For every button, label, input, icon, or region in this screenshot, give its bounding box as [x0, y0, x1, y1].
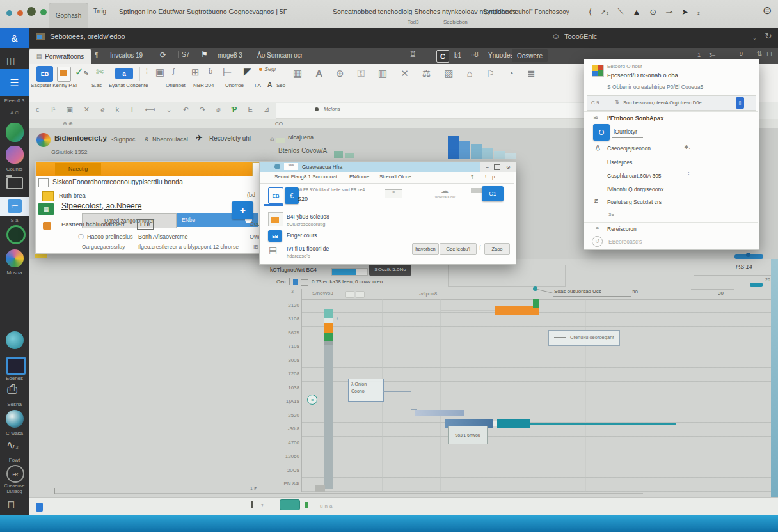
- menu-item-10[interactable]: EBeoreoasc's: [608, 239, 642, 245]
- dialog-titlebar[interactable]: sss Guaweacua Hha: [260, 162, 480, 172]
- p-green-icon[interactable]: Ƥ: [232, 106, 237, 114]
- menu-item-5[interactable]: Cusphlaroart.60tA 305: [607, 173, 662, 179]
- menu-item-2[interactable]: lOurriotyr: [614, 129, 637, 135]
- popup-tab[interactable]: Naectig: [55, 163, 101, 175]
- menu-item-1[interactable]: l'Etnboon SonbApax: [607, 115, 663, 121]
- gantt-header-button[interactable]: SOcctk 5.0No: [369, 263, 411, 276]
- primary-tool-button[interactable]: EB: [36, 66, 53, 82]
- dialog-button-2[interactable]: Gee leobu'l: [440, 243, 477, 255]
- row6-radio-icon[interactable]: ◯: [78, 233, 84, 239]
- rows-icon[interactable]: ▥: [378, 68, 387, 79]
- titlebar-chevron-icon[interactable]: ⌄: [752, 35, 757, 41]
- dialog-row3-title[interactable]: IVI fi 01 fiooori de: [287, 246, 329, 252]
- list-icon[interactable]: ≣: [527, 68, 536, 79]
- delete-icon[interactable]: ✕: [84, 106, 90, 114]
- folder-sidebar-icon[interactable]: [6, 177, 23, 189]
- flag2-icon[interactable]: ⚐: [486, 68, 495, 79]
- task-bar-light[interactable]: [415, 410, 464, 416]
- record-circle-icon[interactable]: [6, 225, 26, 244]
- popup-row3[interactable]: Stpeecolost, ao.Nbeere: [61, 201, 141, 210]
- dial-circle-icon[interactable]: ᴂ: [6, 465, 24, 483]
- menu-item-9[interactable]: Rereiscoron: [607, 226, 637, 232]
- shield-icon[interactable]: ♖: [409, 50, 417, 59]
- ribbon-refresh-icon[interactable]: ⟳: [160, 51, 166, 59]
- indent-icon[interactable]: ˥¹: [51, 106, 56, 114]
- triangle-icon[interactable]: ⊿: [264, 106, 269, 114]
- s-icon[interactable]: ʃ: [173, 67, 174, 75]
- dialog-mini-box[interactable]: ≡: [385, 189, 402, 198]
- diameter-icon[interactable]: ⌀: [216, 106, 221, 114]
- ribbon-updown-icon[interactable]: ⇅: [756, 50, 762, 58]
- menu-item-7[interactable]: Foelutrarg Scutxlat crs: [607, 199, 662, 205]
- toggle-panel-icon[interactable]: ◫: [6, 55, 15, 66]
- e-icon[interactable]: E: [248, 106, 252, 114]
- shade-icon[interactable]: ▨: [444, 68, 453, 79]
- refresh-circle-icon[interactable]: ⊜: [763, 4, 772, 17]
- gantt-chip-1[interactable]: [345, 291, 354, 298]
- dialog-primary-button[interactable]: C1: [482, 186, 504, 201]
- frame-window-icon[interactable]: [6, 357, 26, 375]
- brush-icon[interactable]: ◤: [244, 66, 251, 77]
- chevron-down-icon[interactable]: ⌄: [166, 106, 172, 114]
- menu-search-row[interactable]: C 9 ⇅ Son bersusnu,oteerA Orgictreac D6e…: [587, 95, 756, 111]
- photo-circle-icon[interactable]: [6, 410, 24, 428]
- lasso-icon[interactable]: ∿3: [6, 439, 19, 452]
- swirl-icon[interactable]: [6, 249, 24, 267]
- b-icon[interactable]: ƀ: [209, 67, 212, 75]
- script-e-icon[interactable]: ℯ: [100, 106, 105, 114]
- dialog-menu-3[interactable]: Strena'l Olcne: [379, 174, 411, 180]
- popup-row2[interactable]: Ruth brea: [59, 192, 86, 199]
- ribbon-tab-4[interactable]: moge8 3: [218, 52, 242, 59]
- copy-icon[interactable]: c: [36, 106, 40, 114]
- menu-item-8[interactable]: 3e: [608, 212, 614, 217]
- dialog-button-1[interactable]: havorben: [412, 243, 439, 255]
- sidebar-item-selected[interactable]: ≔: [0, 197, 29, 216]
- app-logo[interactable]: &: [0, 28, 29, 48]
- paint-hand-icon[interactable]: [6, 146, 24, 164]
- dialog-menu-pilcrow-icon[interactable]: ¶: [471, 174, 473, 180]
- menu-item-4[interactable]: Usetejices: [607, 159, 632, 166]
- ribbon-item-b1[interactable]: b1: [454, 52, 461, 59]
- dialog-tool-outline-icon[interactable]: EB: [268, 187, 283, 204]
- window-grid-icon[interactable]: ▣: [155, 66, 164, 78]
- sync-icon[interactable]: ↻: [765, 31, 772, 41]
- home-icon[interactable]: ⌂: [466, 68, 472, 79]
- minimize-icon[interactable]: −: [486, 164, 489, 170]
- ribbon-item-modes[interactable]: Ynuodes: [488, 52, 513, 59]
- lock-icon[interactable]: ⚿: [358, 68, 365, 79]
- dialog-row1-title[interactable]: B4Fyb03 6oleuo8: [287, 214, 329, 220]
- menu-item-2-icon[interactable]: O: [593, 124, 610, 141]
- cursor-icon[interactable]: ▲: [632, 7, 640, 17]
- t-icon[interactable]: T: [130, 106, 134, 114]
- window-dot-orange[interactable]: [17, 10, 23, 16]
- window-dot-olive[interactable]: [27, 7, 36, 16]
- slash-icon[interactable]: ⟍: [617, 6, 623, 17]
- close-x-icon[interactable]: ✕: [401, 68, 409, 79]
- tab-right-icon[interactable]: ⟻: [145, 106, 155, 114]
- ribbon-tab-active[interactable]: ▤ Ponwrattoons: [29, 49, 91, 64]
- window-dot-teal[interactable]: [6, 10, 12, 16]
- check-pen-icon[interactable]: ✓✎: [75, 66, 89, 78]
- avatar[interactable]: [6, 331, 24, 349]
- flag-icon[interactable]: ⚑: [201, 50, 208, 59]
- pointer-icon[interactable]: ➤: [681, 7, 688, 17]
- status-teal-widget[interactable]: [280, 499, 300, 510]
- panel-lines-icon[interactable]: ⊢: [223, 66, 232, 79]
- menu-item-6[interactable]: IVlaonhi Q dnrgiseoonx: [607, 186, 663, 192]
- back-icon[interactable]: ⟨: [589, 7, 592, 17]
- printer-icon[interactable]: ⎙: [7, 382, 17, 396]
- clipboard-icon[interactable]: [57, 66, 71, 82]
- cloud-icon[interactable]: ☁: [441, 186, 449, 195]
- popup-row1[interactable]: SiskcoEonordhororcoenougypiserdlu bonda: [52, 178, 183, 185]
- grid-icon[interactable]: ▦: [293, 68, 302, 79]
- status-blue-chip[interactable]: [36, 503, 43, 512]
- people-icon[interactable]: [6, 123, 24, 142]
- gantt-chip-2[interactable]: [356, 291, 365, 298]
- task-label-box-1[interactable]: λ Onion Coono: [348, 379, 384, 402]
- chart-window-icon[interactable]: ⊞: [191, 66, 200, 78]
- plus-circle-icon[interactable]: ⊕: [336, 68, 344, 79]
- task-bar-teal[interactable]: [497, 419, 530, 428]
- stacked-column[interactable]: [324, 309, 333, 489]
- gantt-progress-track[interactable]: [331, 268, 368, 276]
- ribbon-collapse-icon[interactable]: ⊟: [766, 50, 772, 58]
